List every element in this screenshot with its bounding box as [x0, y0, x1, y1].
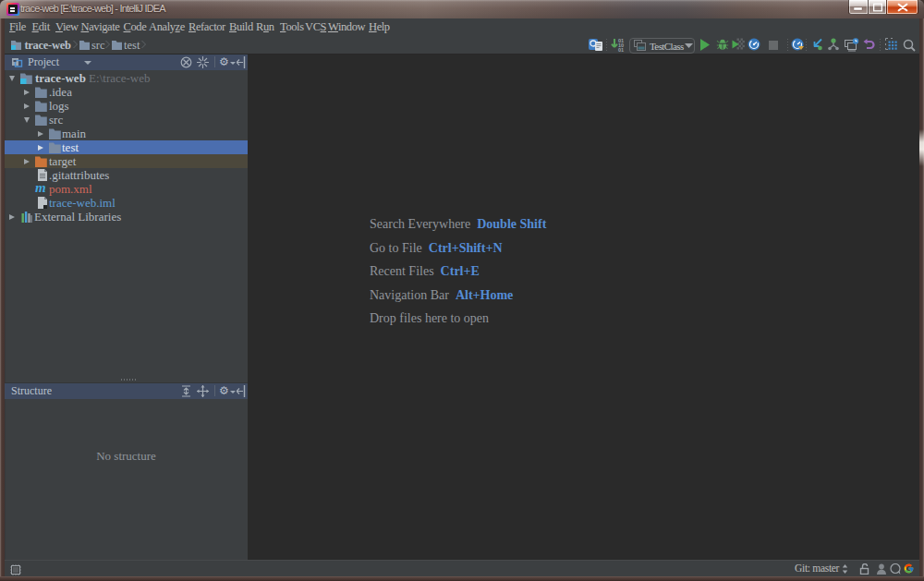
svg-text:01: 01	[618, 47, 624, 52]
